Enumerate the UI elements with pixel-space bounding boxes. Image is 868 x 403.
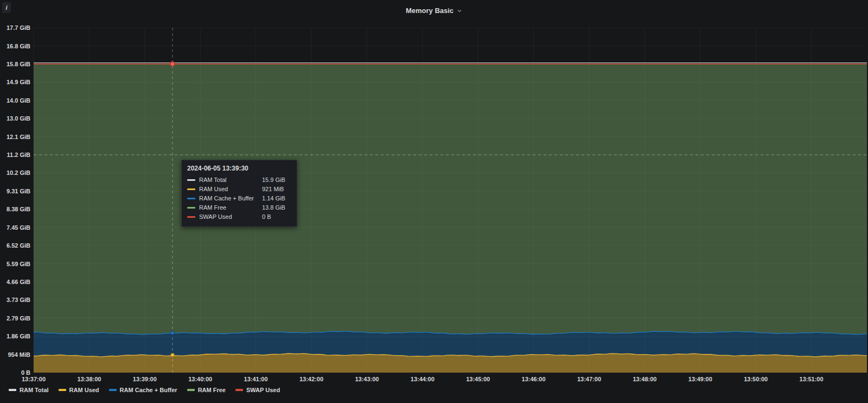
legend: RAM TotalRAM UsedRAM Cache + BufferRAM F… (9, 384, 280, 396)
x-axis-label: 13:47:00 (577, 376, 601, 382)
y-axis-label: 15.8 GiB (7, 61, 30, 67)
tooltip-series-value: 0 B (262, 213, 291, 221)
x-axis-label: 13:49:00 (688, 376, 712, 382)
tooltip-series-swatch (187, 216, 195, 218)
tooltip-series-value: 15.9 GiB (262, 176, 291, 184)
legend-item-ram-total[interactable]: RAM Total (9, 387, 49, 393)
tooltip-series-name: RAM Total (199, 176, 262, 184)
tooltip-series-swatch (187, 188, 195, 190)
legend-swatch (59, 389, 66, 391)
y-axis-label: 10.2 GiB (7, 169, 30, 176)
x-axis-label: 13:51:00 (800, 376, 824, 382)
y-axis-label: 16.8 GiB (7, 43, 30, 49)
legend-swatch (109, 389, 117, 391)
tooltip-series-value: 1.14 GiB (262, 194, 291, 203)
legend-label: RAM Free (198, 387, 226, 393)
y-axis-label: 8.38 GiB (7, 206, 30, 212)
legend-swatch (235, 389, 243, 391)
tooltip-series-swatch (187, 179, 195, 181)
tooltip-timestamp: 2024-06-05 13:39:30 (187, 165, 291, 173)
x-axis-label: 13:44:00 (411, 376, 435, 382)
legend-item-ram-free[interactable]: RAM Free (187, 387, 226, 393)
x-axis-label: 13:43:00 (355, 376, 379, 382)
x-axis-label: 13:38:00 (77, 376, 101, 382)
legend-label: RAM Cache + Buffer (120, 387, 177, 393)
panel-title[interactable]: Memory Basic (406, 7, 462, 15)
x-axis-label: 13:45:00 (466, 376, 490, 382)
tooltip-series-swatch (187, 198, 195, 199)
legend-item-swap-used[interactable]: SWAP Used (235, 387, 280, 393)
tooltip-row: RAM Total15.9 GiB (187, 176, 291, 184)
tooltip: 2024-06-05 13:39:30 RAM Total15.9 GiBRAM… (181, 160, 297, 227)
panel-title-text: Memory Basic (406, 7, 454, 15)
tooltip-series-name: RAM Used (199, 185, 262, 193)
tooltip-row: SWAP Used0 B (187, 213, 291, 221)
memory-chart[interactable]: 0 B954 MiB1.86 GiB2.79 GiB3.73 GiB4.66 G… (0, 0, 868, 403)
x-axis-label: 13:41:00 (244, 376, 268, 382)
legend-label: RAM Used (69, 387, 99, 393)
y-axis-label: 11.2 GiB (7, 152, 30, 158)
marker-ram-used (171, 353, 175, 357)
y-axis-label: 2.79 GiB (7, 315, 30, 322)
tooltip-series-name: RAM Cache + Buffer (199, 194, 262, 203)
panel-header: Memory Basic (0, 0, 868, 21)
marker-swap-used (170, 62, 175, 66)
tooltip-series-name: SWAP Used (199, 213, 262, 221)
tooltip-row: RAM Cache + Buffer1.14 GiB (187, 194, 291, 203)
y-axis-label: 5.59 GiB (7, 261, 30, 267)
chevron-down-icon (457, 8, 462, 14)
x-axis-label: 13:42:00 (299, 376, 323, 382)
x-axis-label: 13:39:00 (133, 376, 157, 382)
series-areas (34, 64, 867, 373)
marker-ram-cache-buffer (171, 331, 175, 335)
area-ram-used (34, 354, 867, 373)
legend-item-ram-cache-buffer[interactable]: RAM Cache + Buffer (109, 387, 177, 393)
panel-info-icon[interactable]: i (2, 2, 11, 13)
tooltip-row: RAM Used921 MiB (187, 185, 291, 193)
legend-swatch (9, 389, 16, 391)
x-axis-label: 13:37:00 (22, 376, 46, 382)
tooltip-series-value: 921 MiB (262, 185, 291, 193)
x-axis-label: 13:40:00 (188, 376, 212, 382)
y-axis-label: 12.1 GiB (7, 134, 30, 140)
area-ram-free (34, 64, 867, 335)
y-axis-label: 1.86 GiB (7, 333, 30, 339)
y-axis-label: 9.31 GiB (7, 188, 30, 194)
x-axis-label: 13:50:00 (744, 376, 768, 382)
y-axis-label: 4.66 GiB (7, 279, 30, 285)
y-axis-label: 0 B (21, 369, 30, 376)
info-icon-glyph: i (5, 4, 7, 11)
tooltip-series-name: RAM Free (199, 204, 262, 212)
x-axis-label: 13:46:00 (522, 376, 546, 382)
tooltip-rows: RAM Total15.9 GiBRAM Used921 MiBRAM Cach… (187, 176, 291, 221)
y-axis-label: 14.9 GiB (7, 79, 30, 85)
y-axis-label: 6.52 GiB (7, 242, 30, 249)
y-axis-label: 17.7 GiB (7, 24, 30, 31)
y-axis-label: 14.0 GiB (7, 97, 30, 104)
x-axis-label: 13:48:00 (633, 376, 656, 382)
legend-item-ram-used[interactable]: RAM Used (59, 387, 99, 393)
legend-swatch (187, 389, 195, 391)
y-axis-label: 954 MiB (8, 351, 30, 358)
legend-label: RAM Total (20, 387, 49, 393)
y-axis-label: 7.45 GiB (7, 224, 30, 231)
area-ram-cache-buffer (34, 331, 867, 357)
tooltip-series-swatch (187, 207, 195, 209)
legend-label: SWAP Used (246, 387, 280, 393)
y-axis-label: 13.0 GiB (7, 115, 30, 122)
y-axis-label: 3.73 GiB (7, 297, 30, 303)
tooltip-series-value: 13.8 GiB (262, 204, 291, 212)
tooltip-row: RAM Free13.8 GiB (187, 204, 291, 212)
memory-basic-panel: Memory Basic i 0 B954 MiB1.86 GiB2.79 Gi… (0, 0, 868, 403)
